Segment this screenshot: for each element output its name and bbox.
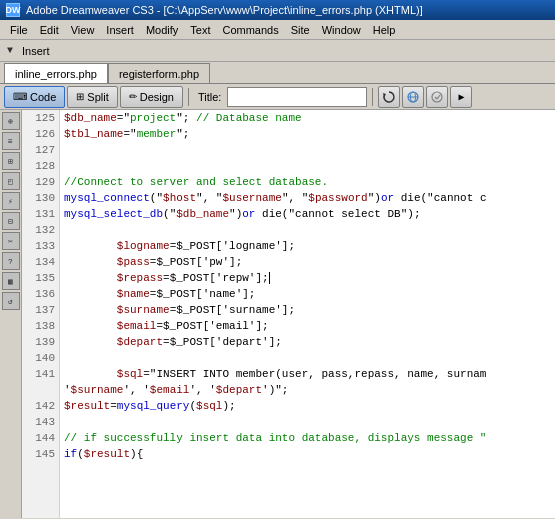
code-line-134: $pass=$_POST['pw']; xyxy=(64,254,555,270)
design-icon: ✏ xyxy=(129,91,137,102)
editor-container: ⊕ ≡ ⊞ ◰ ⚡ ⊟ ✂ ? ▦ ↺ 125 126 127 128 129 … xyxy=(0,110,555,518)
line-num-134: 134 xyxy=(22,254,55,270)
code-line-144: // if successfully insert data into data… xyxy=(64,430,555,446)
refresh-styles-icon xyxy=(382,90,396,104)
menu-window[interactable]: Window xyxy=(316,22,367,38)
code-line-141-cont: '$surname', '$email', '$depart')"; xyxy=(64,382,555,398)
menu-view[interactable]: View xyxy=(65,22,101,38)
tab-registerform[interactable]: registerform.php xyxy=(108,63,210,83)
code-line-139: $depart=$_POST['depart']; xyxy=(64,334,555,350)
code-line-128 xyxy=(64,158,555,174)
line-num-127: 127 xyxy=(22,142,55,158)
validate-icon xyxy=(430,90,444,104)
left-panel: ⊕ ≡ ⊞ ◰ ⚡ ⊟ ✂ ? ▦ ↺ xyxy=(0,110,22,518)
line-num-129: 129 xyxy=(22,174,55,190)
menu-insert[interactable]: Insert xyxy=(100,22,140,38)
code-line-138: $email=$_POST['email']; xyxy=(64,318,555,334)
more-button[interactable]: ▶ xyxy=(450,86,472,108)
line-num-141b xyxy=(22,382,55,398)
tab-inline-errors[interactable]: inline_errors.php xyxy=(4,63,108,83)
validate-button[interactable] xyxy=(426,86,448,108)
databases-icon[interactable]: ▦ xyxy=(2,272,20,290)
menu-text[interactable]: Text xyxy=(184,22,216,38)
line-num-143: 143 xyxy=(22,414,55,430)
line-num-135: 135 xyxy=(22,270,55,286)
code-line-140 xyxy=(64,350,555,366)
code-line-143 xyxy=(64,414,555,430)
split-icon: ⊞ xyxy=(76,91,84,102)
code-line-136: $name=$_POST['name']; xyxy=(64,286,555,302)
code-content[interactable]: $db_name="project"; // Database name $tb… xyxy=(60,110,555,518)
svg-line-6 xyxy=(437,95,440,99)
code-line-126: $tbl_name="member"; xyxy=(64,126,555,142)
snippets-icon[interactable]: ✂ xyxy=(2,232,20,250)
line-num-139: 139 xyxy=(22,334,55,350)
line-num-137: 137 xyxy=(22,302,55,318)
more-icon: ▶ xyxy=(458,91,464,103)
menu-file[interactable]: File xyxy=(4,22,34,38)
code-line-133: $logname=$_POST['logname']; xyxy=(64,238,555,254)
code-line-127 xyxy=(64,142,555,158)
code-line-141: $sql="INSERT INTO member(user, pass,repa… xyxy=(64,366,555,382)
svg-point-4 xyxy=(432,92,442,102)
app-icon: DW xyxy=(6,3,20,17)
file-tabs: inline_errors.php registerform.php xyxy=(0,62,555,84)
code-line-137: $surname=$_POST['surname']; xyxy=(64,302,555,318)
insert-label: Insert xyxy=(18,43,54,59)
properties-icon[interactable]: ≡ xyxy=(2,132,20,150)
main-toolbar: ▼ Insert xyxy=(0,40,555,62)
menu-edit[interactable]: Edit xyxy=(34,22,65,38)
split-view-button[interactable]: ⊞ Split xyxy=(67,86,117,108)
code-line-131: mysql_select_db("$db_name")or die("canno… xyxy=(64,206,555,222)
code-line-125: $db_name="project"; // Database name xyxy=(64,110,555,126)
menu-bar: File Edit View Insert Modify Text Comman… xyxy=(0,20,555,40)
reference-icon[interactable]: ? xyxy=(2,252,20,270)
line-num-133: 133 xyxy=(22,238,55,254)
line-num-142: 142 xyxy=(22,398,55,414)
title-input[interactable] xyxy=(227,87,367,107)
refresh-styles-button[interactable] xyxy=(378,86,400,108)
ap-elements-icon[interactable]: ◰ xyxy=(2,172,20,190)
line-num-125: 125 xyxy=(22,110,55,126)
title-text: Adobe Dreamweaver CS3 - [C:\AppServ\www\… xyxy=(26,4,423,16)
browser-preview-button[interactable] xyxy=(402,86,424,108)
separator xyxy=(188,88,189,106)
code-line-142: $result=mysql_query($sql); xyxy=(64,398,555,414)
design-view-button[interactable]: ✏ Design xyxy=(120,86,183,108)
separator2 xyxy=(372,88,373,106)
code-line-135: $repass=$_POST['repw']; xyxy=(64,270,555,286)
code-line-145: if($result){ xyxy=(64,446,555,462)
tag-inspector-icon[interactable]: ⊟ xyxy=(2,212,20,230)
line-num-144: 144 xyxy=(22,430,55,446)
line-num-145: 145 xyxy=(22,446,55,462)
globe-icon xyxy=(406,90,420,104)
code-line-130: mysql_connect("$host", "$username", "$pa… xyxy=(64,190,555,206)
css-icon[interactable]: ⊞ xyxy=(2,152,20,170)
line-num-132: 132 xyxy=(22,222,55,238)
code-toolbar: ⌨ Code ⊞ Split ✏ Design Title: ▶ xyxy=(0,84,555,110)
line-num-136: 136 xyxy=(22,286,55,302)
line-num-141: 141 xyxy=(22,366,55,382)
line-num-131: 131 xyxy=(22,206,55,222)
line-num-126: 126 xyxy=(22,126,55,142)
line-num-130: 130 xyxy=(22,190,55,206)
title-bar: DW Adobe Dreamweaver CS3 - [C:\AppServ\w… xyxy=(0,0,555,20)
insert-panel-icon[interactable]: ⊕ xyxy=(2,112,20,130)
history-icon[interactable]: ↺ xyxy=(2,292,20,310)
insert-arrow[interactable]: ▼ xyxy=(4,44,16,57)
line-num-140: 140 xyxy=(22,350,55,366)
line-num-128: 128 xyxy=(22,158,55,174)
menu-modify[interactable]: Modify xyxy=(140,22,184,38)
code-view-button[interactable]: ⌨ Code xyxy=(4,86,65,108)
menu-commands[interactable]: Commands xyxy=(216,22,284,38)
title-field-label: Title: xyxy=(194,91,225,103)
code-line-132 xyxy=(64,222,555,238)
code-icon: ⌨ xyxy=(13,91,27,102)
code-line-129: //Connect to server and select database. xyxy=(64,174,555,190)
code-editor: 125 126 127 128 129 130 131 132 133 134 … xyxy=(22,110,555,518)
line-numbers: 125 126 127 128 129 130 131 132 133 134 … xyxy=(22,110,60,518)
line-num-138: 138 xyxy=(22,318,55,334)
behaviors-icon[interactable]: ⚡ xyxy=(2,192,20,210)
menu-help[interactable]: Help xyxy=(367,22,402,38)
menu-site[interactable]: Site xyxy=(285,22,316,38)
